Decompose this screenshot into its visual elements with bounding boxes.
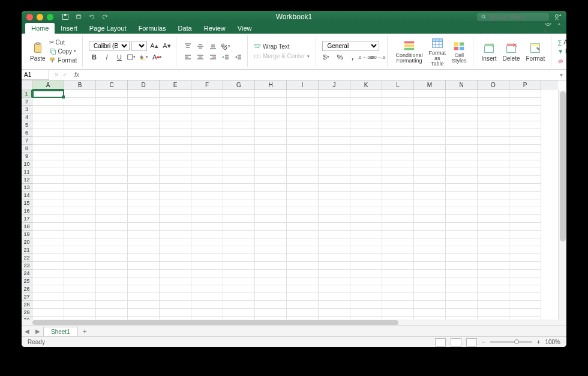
cell[interactable] [191,129,223,137]
cell[interactable] [32,114,64,121]
cell[interactable] [160,199,191,207]
cell[interactable] [446,184,478,192]
cell[interactable] [64,137,96,145]
cell[interactable] [32,207,64,215]
cell[interactable] [478,270,509,277]
cell[interactable] [350,98,382,106]
cell[interactable] [191,277,223,285]
cell[interactable] [478,293,509,301]
decrease-indent-button[interactable] [220,52,231,62]
cell[interactable] [128,184,160,192]
cell[interactable] [287,160,319,168]
cell[interactable] [255,153,287,160]
cell[interactable] [319,238,350,246]
cell[interactable] [32,270,64,277]
cell[interactable] [287,277,319,285]
format-cells-button[interactable]: Format [524,40,548,63]
cancel-formula-icon[interactable]: ✕ [54,71,59,78]
cell[interactable] [478,317,509,320]
horizontal-scrollbar[interactable] [22,320,566,326]
align-middle-button[interactable] [195,41,206,51]
cell[interactable] [191,309,223,317]
cell[interactable] [414,153,446,160]
cell[interactable] [446,231,478,238]
cell[interactable] [255,199,287,207]
cell[interactable] [223,98,255,106]
cell[interactable] [446,277,478,285]
row-header-5[interactable]: 5 [22,121,32,129]
cell[interactable] [382,129,414,137]
cell[interactable] [478,176,509,184]
row-header-26[interactable]: 26 [22,285,32,293]
cell[interactable] [478,160,509,168]
cell[interactable] [350,106,382,114]
cell[interactable] [509,137,541,145]
cell[interactable] [350,223,382,231]
cell[interactable] [446,192,478,199]
zoom-slider-thumb[interactable] [514,339,519,344]
row-header-22[interactable]: 22 [22,254,32,262]
cell[interactable] [382,293,414,301]
cell[interactable] [350,246,382,254]
cell[interactable] [414,309,446,317]
row-header-28[interactable]: 28 [22,301,32,309]
cells-area[interactable] [32,90,558,320]
cell[interactable] [414,293,446,301]
cell[interactable] [478,238,509,246]
wrap-text-button[interactable]: Wrap Text [254,43,312,51]
cell[interactable] [96,309,128,317]
cell[interactable] [64,176,96,184]
percent-button[interactable]: % [335,52,346,62]
row-header-7[interactable]: 7 [22,137,32,145]
cell[interactable] [382,176,414,184]
cell[interactable] [32,160,64,168]
cell[interactable] [64,98,96,106]
cell[interactable] [319,199,350,207]
cell[interactable] [446,199,478,207]
cell[interactable] [191,317,223,320]
cell[interactable] [255,98,287,106]
cell[interactable] [319,231,350,238]
cell[interactable] [478,254,509,262]
cell[interactable] [446,207,478,215]
cell[interactable] [64,223,96,231]
autosum-button[interactable]: ∑AutoSum▾ [557,38,566,46]
cell[interactable] [223,207,255,215]
column-header-M[interactable]: M [414,80,446,90]
row-header-12[interactable]: 12 [22,176,32,184]
cell[interactable] [191,160,223,168]
cell[interactable] [128,168,160,176]
cell[interactable] [160,270,191,277]
cell[interactable] [382,309,414,317]
search-input[interactable] [489,14,543,20]
cell[interactable] [509,254,541,262]
tab-data[interactable]: Data [172,23,197,34]
cell[interactable] [446,153,478,160]
zoom-level[interactable]: 100% [545,339,560,345]
cell[interactable] [414,277,446,285]
cell[interactable] [223,254,255,262]
cell[interactable] [191,145,223,153]
cell[interactable] [223,285,255,293]
cell[interactable] [191,192,223,199]
row-header-14[interactable]: 14 [22,192,32,199]
cell[interactable] [509,192,541,199]
row-header-4[interactable]: 4 [22,114,32,121]
cell[interactable] [509,223,541,231]
cell[interactable] [382,121,414,129]
cell[interactable] [223,270,255,277]
cell[interactable] [32,168,64,176]
cell[interactable] [128,231,160,238]
cell[interactable] [191,137,223,145]
cell[interactable] [382,153,414,160]
cell[interactable] [287,98,319,106]
cell[interactable] [223,238,255,246]
cell[interactable] [160,137,191,145]
cell[interactable] [319,184,350,192]
cell[interactable] [414,301,446,309]
cell[interactable] [160,153,191,160]
cell[interactable] [382,215,414,223]
font-name-select[interactable]: Calibri (Body) [89,41,130,51]
cell[interactable] [478,153,509,160]
cell[interactable] [160,121,191,129]
